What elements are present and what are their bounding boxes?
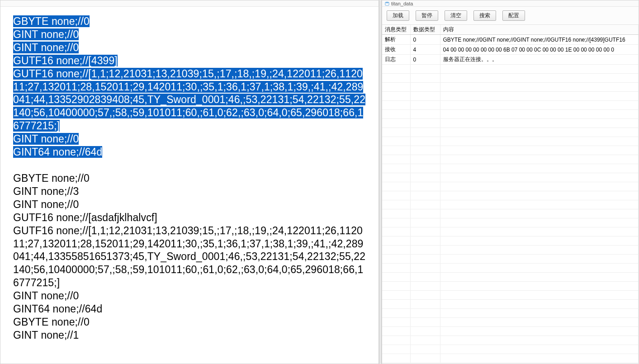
toolbar: 加载 暂停 清空 搜索 配置: [382, 7, 639, 25]
table-row[interactable]: .: [382, 128, 639, 137]
code-line[interactable]: GINT none;//0: [13, 42, 79, 53]
cell-msg: 解析: [382, 35, 410, 45]
table-row[interactable]: .: [382, 318, 639, 327]
table-row[interactable]: .: [382, 191, 639, 200]
cell-dt: 4: [410, 45, 440, 55]
code-line[interactable]: GINT none;//0: [13, 289, 366, 303]
right-panel-title: titan_data: [382, 0, 639, 7]
code-line[interactable]: GINT none;//3: [13, 185, 366, 198]
right-panel-title-text: titan_data: [391, 1, 413, 6]
cell-content: 04 00 00 00 00 00 00 00 6B 07 00 00 0C 0…: [440, 45, 639, 55]
search-button[interactable]: 搜索: [473, 10, 496, 21]
code-line[interactable]: GUTF16 none;//[1,1;12,21031;13,21039;15,…: [13, 224, 366, 290]
table-row[interactable]: .: [382, 146, 639, 155]
left-content[interactable]: GBYTE none;//0 GINT none;//0 GINT none;/…: [0, 7, 379, 364]
code-line[interactable]: GINT none;//0: [13, 198, 366, 211]
cell-msg: 接收: [382, 45, 410, 55]
load-button[interactable]: 加载: [387, 10, 409, 21]
table-row[interactable]: .: [382, 309, 639, 318]
code-line[interactable]: GINT64 none;//64d: [13, 303, 366, 316]
table-row[interactable]: .: [382, 291, 639, 300]
table-row[interactable]: .: [382, 345, 639, 354]
table-wrap[interactable]: 消息类型 数据类型 内容 解析 0 GBYTE none;//0GINT non…: [382, 25, 639, 364]
table-row[interactable]: .: [382, 155, 639, 164]
table-row[interactable]: .: [382, 327, 639, 336]
col-data-type[interactable]: 数据类型: [410, 25, 440, 35]
table-row[interactable]: 日志 0 服务器正在连接。。。: [382, 55, 639, 65]
table-row[interactable]: .: [382, 92, 639, 101]
table-row[interactable]: 解析 0 GBYTE none;//0GINT none;//0GINT non…: [382, 35, 639, 45]
table-row[interactable]: .: [382, 336, 639, 345]
table-row[interactable]: .: [382, 110, 639, 119]
right-panel: titan_data 加载 暂停 清空 搜索 配置 消息类型 数据类型 内容 解…: [382, 0, 639, 364]
table-header-row: 消息类型 数据类型 内容: [382, 25, 639, 35]
table-body: 解析 0 GBYTE none;//0GINT none;//0GINT non…: [382, 35, 639, 363]
table-row[interactable]: .: [382, 137, 639, 146]
table-row[interactable]: .: [382, 282, 639, 291]
table-row[interactable]: .: [382, 173, 639, 182]
table-row[interactable]: .: [382, 246, 639, 255]
table-row[interactable]: .: [382, 300, 639, 309]
code-line[interactable]: GBYTE none;//0: [13, 172, 366, 185]
table-row[interactable]: .: [382, 119, 639, 128]
code-line[interactable]: GUTF16 none;//[asdafjklhalvcf]: [13, 211, 366, 224]
col-msg-type[interactable]: 消息类型: [382, 25, 410, 35]
table-row[interactable]: .: [382, 264, 639, 273]
code-line[interactable]: GBYTE none;//0: [13, 316, 366, 329]
table-row[interactable]: .: [382, 354, 639, 363]
cell-dt: 0: [410, 35, 440, 45]
table-row[interactable]: .: [382, 255, 639, 264]
blank-gap: [13, 159, 366, 172]
db-icon: [385, 1, 389, 6]
table-row[interactable]: .: [382, 273, 639, 282]
table-row[interactable]: .: [382, 236, 639, 246]
cell-content: 服务器正在连接。。。: [440, 55, 639, 65]
code-line[interactable]: GINT none;//0: [13, 28, 79, 40]
table-row[interactable]: .: [382, 101, 639, 110]
pause-button[interactable]: 暂停: [416, 10, 438, 21]
table-row[interactable]: .: [382, 218, 639, 227]
data-table: 消息类型 数据类型 内容 解析 0 GBYTE none;//0GINT non…: [382, 25, 639, 363]
cell-content: GBYTE none;//0GINT none;//0GINT none;//0…: [440, 35, 639, 45]
table-row[interactable]: .: [382, 74, 639, 83]
clear-button[interactable]: 清空: [445, 10, 467, 21]
left-panel: GBYTE none;//0 GINT none;//0 GINT none;/…: [0, 0, 379, 364]
left-panel-title: [0, 0, 379, 7]
table-row[interactable]: .: [382, 227, 639, 236]
table-row[interactable]: .: [382, 164, 639, 173]
table-row[interactable]: .: [382, 200, 639, 209]
code-line[interactable]: GBYTE none;//0: [13, 15, 90, 27]
cell-dt: 0: [410, 55, 440, 65]
table-row[interactable]: 接收 4 04 00 00 00 00 00 00 00 6B 07 00 00…: [382, 45, 639, 55]
code-line[interactable]: GINT none;//0: [13, 133, 79, 145]
code-line[interactable]: GINT64 none;//64d: [13, 146, 102, 158]
code-line[interactable]: GINT none;//1: [13, 329, 366, 342]
col-content[interactable]: 内容: [440, 25, 639, 35]
table-row[interactable]: .: [382, 209, 639, 218]
cell-msg: 日志: [382, 55, 410, 65]
table-row[interactable]: .: [382, 83, 639, 92]
svg-point-0: [385, 1, 389, 3]
table-row[interactable]: .: [382, 65, 639, 74]
code-line[interactable]: GUTF16 none;//[4399]: [13, 55, 118, 66]
config-button[interactable]: 配置: [502, 10, 525, 21]
selected-block[interactable]: GBYTE none;//0: [13, 15, 366, 28]
table-row[interactable]: .: [382, 182, 639, 191]
code-line[interactable]: GUTF16 none;//[1,1;12,21031;13,21039;15,…: [13, 68, 365, 132]
